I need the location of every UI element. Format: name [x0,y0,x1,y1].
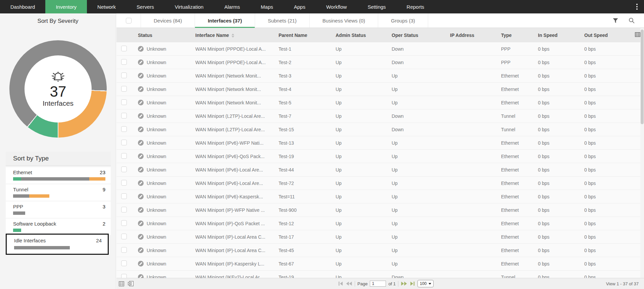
column-header-status[interactable]: Status [137,33,195,38]
parent-name-cell[interactable]: Test-72 [279,181,336,186]
nav-item-network[interactable]: Network [87,0,126,13]
table-row[interactable]: UnknownWAN Miniport (IP)-Local Area C...… [116,244,644,257]
column-header-parent-name[interactable]: Parent Name [279,33,336,38]
parent-name-cell[interactable]: Test-17 [279,234,336,240]
row-checkbox[interactable] [121,59,127,65]
parent-name-cell[interactable]: Test-19 [279,154,336,159]
parent-name-cell[interactable]: Test-12 [279,221,336,226]
row-checkbox[interactable] [121,260,127,266]
parent-name-cell[interactable]: Test-2 [279,60,336,65]
column-header-oper-status[interactable]: Oper Status [392,33,450,38]
table-row[interactable]: UnknownWAN Miniport (IPv6)-WFP Nati...Te… [116,136,644,150]
tab-groups-3-[interactable]: Groups (3) [378,13,428,28]
row-checkbox[interactable] [121,99,127,105]
interface-name-cell[interactable]: WAN Miniport (IPv6)-Local Are... [195,167,279,173]
interface-name-cell[interactable]: WAN Miniport (Network Monit... [195,73,279,79]
row-checkbox[interactable] [121,234,127,239]
table-row[interactable]: UnknownWAN Miniport (IPv6)-QoS Pack...Te… [116,150,644,163]
page-number-input[interactable] [370,281,386,287]
row-checkbox[interactable] [121,207,127,212]
type-item-ppp[interactable]: PPP3 [6,201,111,218]
tab-interfaces-37-[interactable]: Interfaces (37) [195,13,255,28]
nav-item-apps[interactable]: Apps [284,0,316,13]
table-row[interactable]: UnknownWAN Miniport (Network Monit...Tes… [116,96,644,109]
table-row[interactable]: UnknownWAN Miniport (L2TP)-Local Are...T… [116,109,644,123]
table-row[interactable]: UnknownWAN Miniport (IP)-Local Area C...… [116,230,644,244]
type-item-tunnel[interactable]: Tunnel9 [6,184,111,201]
row-checkbox[interactable] [121,247,127,253]
vertical-scrollbar[interactable] [640,28,644,278]
parent-name-cell[interactable]: Test-15 [279,127,336,132]
parent-name-cell[interactable]: Test-45 [279,248,336,253]
column-header-ip-address[interactable]: IP Address [450,33,501,38]
parent-name-cell[interactable]: Test-19 [279,275,336,278]
parent-name-cell[interactable]: Test-13 [279,140,336,146]
idle-interfaces-card[interactable]: Idle Interfaces 24 [6,234,109,255]
nav-item-inventory[interactable]: Inventory [45,0,87,13]
last-page-button[interactable] [410,281,415,286]
next-page-button[interactable] [401,281,407,286]
parent-name-cell[interactable]: Test-1 [279,46,336,52]
page-size-select[interactable]: 100 [417,280,434,287]
parent-name-cell[interactable]: Test-67 [279,261,336,267]
table-row[interactable]: UnknownWAN Miniport (IKEv2)-Local Ar...T… [116,271,644,278]
row-checkbox[interactable] [121,46,127,51]
filter-icon[interactable] [612,18,618,23]
interface-name-cell[interactable]: WAN Miniport (L2TP)-Local Are... [195,127,279,132]
row-checkbox[interactable] [121,126,127,132]
parent-name-cell[interactable]: Test-7 [279,113,336,119]
interface-name-cell[interactable]: WAN Miniport (PPPOE)-Local A... [195,60,279,65]
interface-name-cell[interactable]: WAN Miniport (IPv6)-WFP Nati... [195,140,279,146]
interface-name-cell[interactable]: WAN Miniport (IPv6)-Kaspersk... [195,194,279,199]
column-header-admin-status[interactable]: Admin Status [336,33,392,38]
table-row[interactable]: UnknownWAN Miniport (IPv6)-Kaspersk...Te… [116,190,644,203]
interface-name-cell[interactable]: WAN Miniport (Network Monit... [195,87,279,92]
first-page-button[interactable] [338,281,343,286]
interface-name-cell[interactable]: WAN Miniport (IP)-Local Area C... [195,234,279,240]
row-checkbox[interactable] [121,220,127,226]
table-row[interactable]: UnknownWAN Miniport (PPPOE)-Local A...Te… [116,56,644,69]
row-checkbox[interactable] [121,153,127,159]
export-table-icon[interactable] [119,281,124,286]
nav-item-alarms[interactable]: Alarms [214,0,250,13]
previous-page-button[interactable] [346,281,352,286]
more-menu-button[interactable] [630,0,644,13]
nav-item-reports[interactable]: Reports [396,0,435,13]
tab-business-views-0-[interactable]: Business Views (0) [310,13,378,28]
interface-name-cell[interactable]: WAN Miniport (IPv6)-Local Are... [195,181,279,186]
interface-name-cell[interactable]: WAN Miniport (L2TP)-Local Are... [195,113,279,119]
type-item-software-loopback[interactable]: Software Loopback2 [6,219,111,235]
row-checkbox[interactable] [121,140,127,145]
row-checkbox[interactable] [121,113,127,118]
table-row[interactable]: UnknownWAN Miniport (PPPOE)-Local A...Te… [116,42,644,56]
parent-name-cell[interactable]: Test=11 [279,194,336,199]
table-row[interactable]: UnknownWAN Miniport (L2TP)-Local Are...T… [116,123,644,136]
sort-icon[interactable] [232,34,234,38]
parent-name-cell[interactable]: Test-900 [279,207,336,213]
table-row[interactable]: UnknownWAN Miniport (IP)-Kaspersky L...T… [116,257,644,271]
nav-item-virtualization[interactable]: Virtualization [164,0,214,13]
column-header-interface-name[interactable]: Interface Name [195,33,279,38]
row-checkbox[interactable] [121,86,127,92]
export-excel-icon[interactable] [128,281,134,286]
column-header-type[interactable]: Type [501,33,538,38]
table-row[interactable]: UnknownWAN Miniport (IP)-QoS Packet ...T… [116,217,644,230]
row-checkbox[interactable] [121,73,127,78]
nav-item-settings[interactable]: Settings [357,0,396,13]
table-row[interactable]: UnknownWAN Miniport (IPv6)-Local Are...T… [116,177,644,190]
severity-donut-chart[interactable]: 37 Interfaces [9,40,107,138]
parent-name-cell[interactable]: Test-44 [279,167,336,173]
table-row[interactable]: UnknownWAN Miniport (Network Monit...Tes… [116,69,644,83]
table-row[interactable]: UnknownWAN Miniport (IPv6)-Local Are...T… [116,163,644,177]
nav-item-servers[interactable]: Servers [126,0,164,13]
parent-name-cell[interactable]: Test-4 [279,87,336,92]
tab-subnets-21-[interactable]: Subnets (21) [255,13,310,28]
interface-name-cell[interactable]: WAN Miniport (IP)-Local Area C... [195,248,279,253]
parent-name-cell[interactable]: Test-5 [279,100,336,105]
scrollbar-thumb[interactable] [641,30,644,124]
interface-name-cell[interactable]: WAN Miniport (IP)-WFP Native ... [195,207,279,213]
parent-name-cell[interactable]: Test-3 [279,73,336,79]
nav-item-dashboard[interactable]: Dashboard [0,0,45,13]
interface-name-cell[interactable]: WAN Miniport (IPv6)-QoS Pack... [195,154,279,159]
interface-name-cell[interactable]: WAN Miniport (IP)-Kaspersky L... [195,261,279,267]
